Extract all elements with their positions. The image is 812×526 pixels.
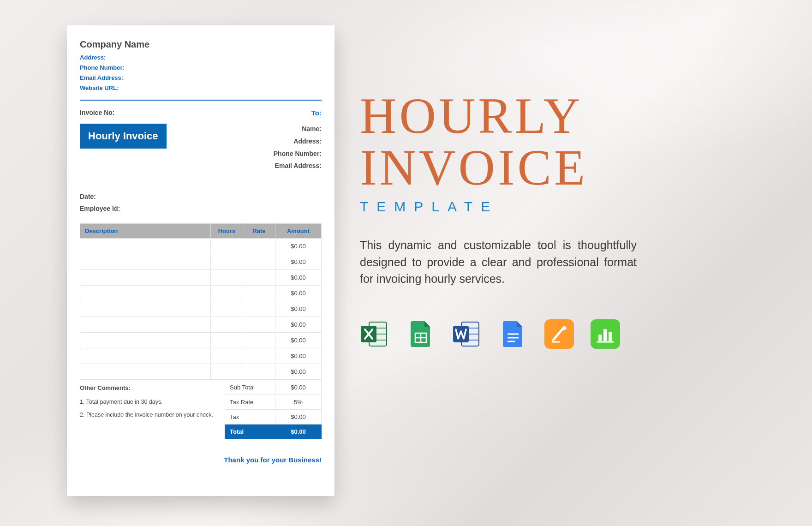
table-row: $0.00 (80, 269, 322, 285)
cell-amount: $0.00 (275, 317, 322, 332)
numbers-icon (591, 319, 620, 349)
to-label: To: (311, 109, 322, 123)
cell-hours (211, 332, 243, 348)
excel-icon (360, 319, 389, 349)
cell-hours (211, 238, 243, 254)
col-rate: Rate (243, 223, 275, 238)
cell-amount: $0.00 (275, 364, 322, 379)
invoice-badge: Hourly Invoice (80, 124, 167, 149)
promo-panel: HOURLY INVOICE TEMPLATE This dynamic and… (360, 90, 646, 349)
cell-rate (243, 364, 275, 379)
to-email-label: Email Address: (274, 160, 322, 172)
cell-hours (211, 364, 243, 379)
cell-rate (243, 285, 275, 301)
promo-title-line2: INVOICE (360, 139, 588, 196)
divider (80, 100, 322, 101)
comment-line: 1. Total payment due in 30 days. (80, 399, 220, 405)
email-label: Email Address: (80, 73, 322, 83)
comment-line: 2. Please include the invoice number on … (80, 412, 220, 418)
cell-description (80, 348, 211, 364)
cell-description (80, 364, 211, 379)
thanks-message: Thank you for your Business! (80, 456, 322, 464)
cell-hours (211, 348, 243, 364)
total-value: $0.00 (275, 424, 322, 439)
to-name-label: Name: (274, 123, 322, 135)
cell-rate (243, 238, 275, 254)
cell-description (80, 285, 211, 301)
cell-description (80, 254, 211, 269)
invoice-table: Description Hours Rate Amount $0.00$0.00… (80, 223, 322, 380)
promo-title: HOURLY INVOICE (360, 90, 646, 193)
table-row: $0.00 (80, 332, 322, 348)
cell-hours (211, 317, 243, 332)
cell-rate (243, 348, 275, 364)
svg-rect-19 (603, 329, 607, 341)
cell-description (80, 238, 211, 254)
totals-block: Sub Total $0.00 Tax Rate 5% Tax $0.00 To… (225, 380, 322, 439)
cell-description (80, 317, 211, 332)
tax-label: Tax (225, 409, 275, 424)
col-amount: Amount (275, 223, 322, 238)
table-row: $0.00 (80, 348, 322, 364)
pages-icon (544, 319, 574, 349)
docs-icon (498, 319, 528, 349)
tax-value: $0.00 (275, 409, 322, 424)
cell-rate (243, 269, 275, 285)
svg-rect-12 (453, 326, 469, 342)
cell-amount: $0.00 (275, 254, 322, 269)
cell-hours (211, 269, 243, 285)
cell-rate (243, 332, 275, 348)
table-row: $0.00 (80, 364, 322, 379)
promo-title-line1: HOURLY (360, 88, 583, 144)
cell-rate (243, 317, 275, 332)
col-description: Description (80, 223, 211, 238)
cell-hours (211, 301, 243, 317)
svg-rect-18 (598, 335, 602, 341)
to-block: Name: Address: Phone Number: Email Addre… (274, 123, 322, 172)
company-name: Company Name (80, 39, 322, 50)
cell-hours (211, 254, 243, 269)
subtotal-label: Sub Total (225, 380, 275, 394)
date-label: Date: (80, 191, 322, 203)
to-phone-label: Phone Number: (274, 148, 322, 160)
cell-description (80, 301, 211, 317)
taxrate-label: Tax Rate (225, 394, 275, 409)
taxrate-value: 5% (275, 394, 322, 409)
cell-amount: $0.00 (275, 301, 322, 317)
sheets-icon (406, 319, 436, 349)
table-row: $0.00 (80, 285, 322, 301)
cell-amount: $0.00 (275, 348, 322, 364)
subtotal-value: $0.00 (275, 380, 322, 394)
promo-description: This dynamic and customizable tool is th… (360, 237, 637, 287)
svg-rect-20 (609, 332, 612, 341)
cell-hours (211, 285, 243, 301)
employee-id-label: Employee Id: (80, 203, 322, 215)
invoice-card: Company Name Address: Phone Number: Emai… (67, 25, 334, 496)
cell-description (80, 332, 211, 348)
cell-rate (243, 254, 275, 269)
col-hours: Hours (211, 223, 243, 238)
cell-amount: $0.00 (275, 285, 322, 301)
cell-amount: $0.00 (275, 332, 322, 348)
word-icon (452, 319, 482, 349)
total-label: Total (225, 424, 275, 439)
comments-block: Other Comments: 1. Total payment due in … (80, 380, 225, 439)
app-icons-row (360, 319, 646, 349)
to-address-label: Address: (274, 135, 322, 148)
table-row: $0.00 (80, 317, 322, 332)
invoice-no-label: Invoice No: (80, 109, 114, 116)
table-row: $0.00 (80, 238, 322, 254)
table-row: $0.00 (80, 254, 322, 269)
cell-description (80, 269, 211, 285)
phone-label: Phone Number: (80, 63, 322, 73)
table-row: $0.00 (80, 301, 322, 317)
comments-title: Other Comments: (80, 384, 220, 391)
cell-amount: $0.00 (275, 238, 322, 254)
website-label: Website URL: (80, 83, 322, 93)
address-label: Address: (80, 53, 322, 63)
cell-amount: $0.00 (275, 269, 322, 285)
cell-rate (243, 301, 275, 317)
promo-subtitle: TEMPLATE (360, 199, 646, 215)
